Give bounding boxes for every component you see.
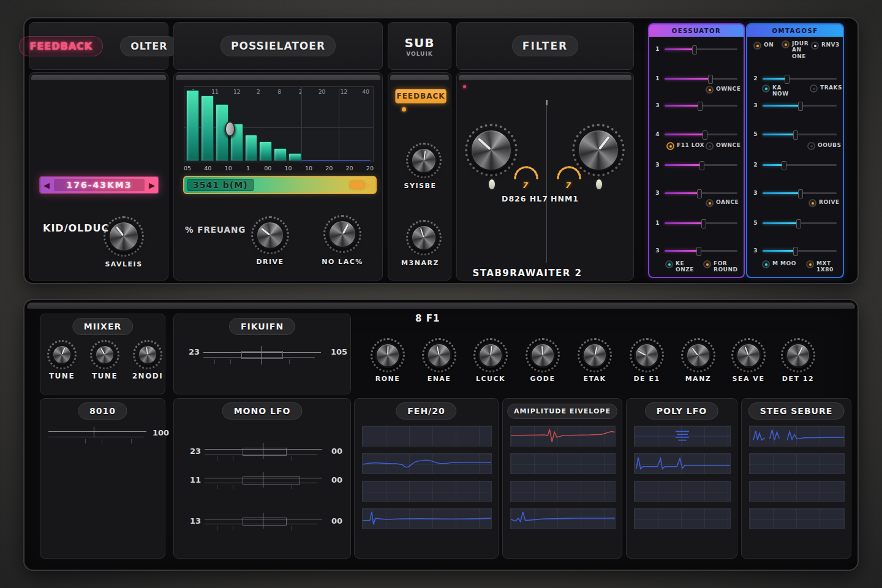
feh20-lane-1[interactable]	[362, 426, 492, 447]
wavetable-next-icon[interactable]: ▶	[366, 181, 372, 189]
selector-left-arrow-icon[interactable]: ◀	[40, 181, 53, 190]
tick-label: 20	[346, 165, 353, 172]
osc-a-radio-forround[interactable]: FOR ROUND	[703, 260, 742, 273]
wavetable-readout: 3541 b(M)	[187, 179, 254, 191]
savleis-knob[interactable]	[104, 216, 144, 257]
osc-b-radio-ooubs[interactable]: OOUBS	[807, 142, 841, 150]
macro-knob-gode[interactable]	[526, 338, 560, 372]
osc-a-radio-f11lox[interactable]: F11 LOX	[666, 142, 704, 150]
filter-cutoff-knob[interactable]	[465, 124, 518, 176]
harmonic-bar[interactable]	[201, 96, 214, 161]
syisbe-knob[interactable]	[406, 143, 442, 178]
osc-b-radio-roive[interactable]: ROIVE	[809, 199, 840, 207]
osc-b-radio-mxt[interactable]: MXT 1X80	[806, 260, 843, 273]
d8010-title: 8010	[78, 402, 127, 420]
osc-a-slider-row[interactable]: 3	[654, 160, 737, 169]
macro-knob-det12[interactable]	[781, 338, 815, 372]
osc-b-slider-row[interactable]: 5	[752, 219, 837, 227]
harmonic-bar[interactable]	[274, 148, 287, 161]
mixer-knob-3[interactable]	[133, 340, 162, 369]
osc-a-radio-oance[interactable]: OANCE	[706, 199, 739, 207]
harmonic-bar[interactable]	[186, 90, 199, 161]
preset-selector[interactable]: ◀ 176-43KM3 ▶	[39, 176, 159, 194]
step-seq-lane-2[interactable]	[749, 453, 845, 474]
wavetable-marker[interactable]	[350, 181, 364, 189]
osc-a-slider-row[interactable]: 1	[654, 45, 737, 53]
poly-lfo-lane-2[interactable]	[634, 453, 731, 474]
sub-title: SUB	[405, 36, 435, 50]
param-label: KID/OLDUC	[43, 222, 109, 234]
feh20-lane-2[interactable]	[362, 453, 492, 474]
osc-b-radio-on[interactable]: ON	[753, 42, 774, 50]
osc-a-radio-ownce2[interactable]: OWNCE	[706, 142, 741, 150]
osc-a-slider-row[interactable]: 4	[654, 130, 737, 138]
osc-b-radio-rnv3[interactable]: RNV3	[811, 42, 840, 50]
feh20-lane-3[interactable]	[362, 481, 492, 502]
amp-env-lane-2[interactable]	[510, 453, 616, 474]
harmonic-bar[interactable]	[245, 135, 258, 161]
macro-knob-etak[interactable]	[578, 338, 612, 372]
selector-right-arrow-icon[interactable]: ▶	[146, 181, 158, 190]
mixer-knob-1[interactable]	[47, 340, 77, 369]
tab-feedback[interactable]: FEEDBACK	[19, 36, 103, 56]
poly-lfo-lane-4[interactable]	[634, 508, 731, 529]
osc-b-slider-row[interactable]: 3	[752, 246, 837, 255]
osc-a-radio-ownce[interactable]: OWNCE	[706, 86, 741, 94]
m3narz-knob[interactable]	[406, 220, 442, 255]
mono-slider-1[interactable]	[205, 442, 327, 459]
osc-b-radio-kanow[interactable]: KA NOW	[762, 85, 788, 97]
harmonic-bar[interactable]	[288, 153, 301, 161]
poly-lfo-lane-1[interactable]	[634, 426, 731, 447]
radio-dot-icon	[810, 85, 818, 92]
feedback-body: ◀ 176-43KM3 ▶ KID/OLDUC SAVLEIS	[29, 72, 168, 281]
d8010-slider[interactable]	[48, 423, 149, 445]
step-seq-lane-1[interactable]	[749, 426, 845, 447]
macro-knob-enae[interactable]	[422, 338, 456, 372]
fikuifn-slider[interactable]	[203, 346, 326, 364]
nolac-knob[interactable]	[323, 215, 361, 253]
wavetable-bar[interactable]: 3541 b(M) ▶	[183, 176, 377, 194]
osc-b-slider-row[interactable]: 3	[752, 189, 837, 197]
step-seq-lane-4[interactable]	[749, 508, 845, 529]
osc-a-slider-row[interactable]: 3	[654, 246, 737, 255]
osc-a-slider-row[interactable]: 3	[654, 101, 737, 110]
plot-handle[interactable]	[225, 121, 235, 137]
poly-lfo-lane-3[interactable]	[634, 481, 731, 502]
knob-row-header: 8 F1	[415, 313, 440, 324]
radio-dot-icon	[666, 142, 674, 150]
osc-b-radio-traks[interactable]: TRAKS	[810, 85, 842, 92]
mono-slider-3[interactable]	[205, 511, 327, 529]
amp-env-lane-1[interactable]	[510, 426, 616, 447]
spectrum-plot[interactable]: 11112282201240	[184, 86, 374, 162]
macro-knob-de-e1[interactable]	[630, 338, 664, 372]
osc-a-radio-keonze[interactable]: KE ONZE	[665, 260, 704, 273]
osc-a-slider-row[interactable]: 1	[654, 74, 737, 83]
feedback-badge[interactable]: FEEDBACK	[395, 89, 447, 104]
feh20-lane-4[interactable]	[362, 508, 492, 529]
osc-b-radio-jdur[interactable]: JDUR AN ONE	[782, 40, 810, 59]
osc-a-slider-row[interactable]: 3	[654, 189, 737, 197]
osc-a-slider-row[interactable]: 1	[654, 219, 737, 227]
macro-knob-manz[interactable]	[681, 338, 715, 372]
radio-label: KE ONZE	[676, 260, 704, 273]
amp-env-lane-3[interactable]	[510, 481, 616, 502]
mono-lfo-title: MONO LFO	[222, 402, 303, 420]
macro-knob-lcuck[interactable]	[473, 338, 508, 372]
harmonic-bar[interactable]	[259, 141, 272, 161]
harmonic-bars	[186, 91, 301, 161]
mixer-knob-2[interactable]	[90, 340, 119, 369]
mono-slider-2[interactable]	[205, 470, 327, 488]
macro-knob-seave[interactable]	[731, 338, 766, 372]
osc-b-slider-row[interactable]: 3	[752, 101, 837, 110]
step-seq-lane-3[interactable]	[749, 481, 845, 502]
tab-olter[interactable]: OLTER	[120, 36, 178, 56]
macro-knob-rone[interactable]	[371, 338, 405, 372]
amp-env-lane-4[interactable]	[510, 508, 616, 529]
osc-b-slider-row[interactable]: 2	[752, 74, 837, 83]
row-num: 3	[752, 102, 759, 108]
osc-b-radio-mmoo[interactable]: M MOO	[762, 260, 796, 268]
osc-b-slider-row[interactable]: 5	[752, 130, 837, 138]
osc-b-slider-row[interactable]: 2	[752, 160, 837, 169]
drive-knob[interactable]	[251, 216, 289, 254]
tick-label: 00	[264, 165, 271, 172]
